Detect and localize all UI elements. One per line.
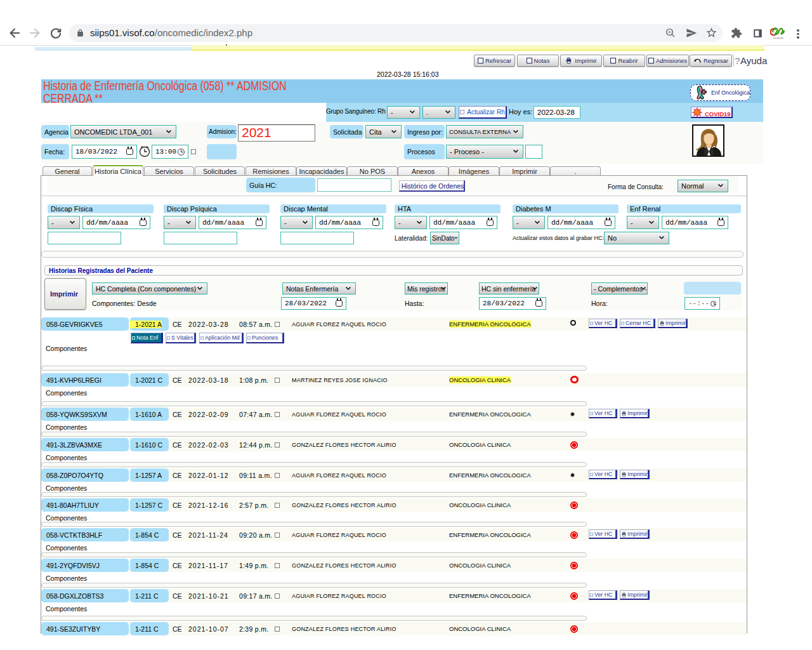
svg-text:oncomedic: oncomedic xyxy=(773,37,784,39)
